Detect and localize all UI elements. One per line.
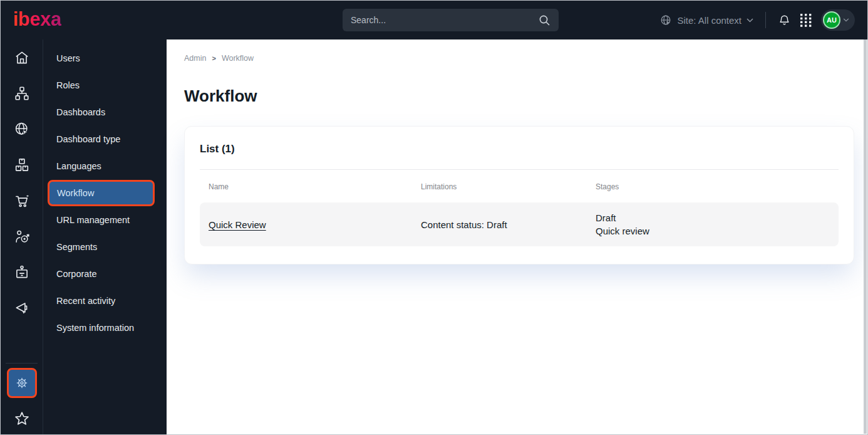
sidebar-item-dashboard-type[interactable]: Dashboard type [43, 125, 167, 152]
sidebar-item-languages[interactable]: Languages [43, 152, 167, 179]
content-tree-icon[interactable] [1, 75, 43, 111]
stage-item: Quick review [596, 224, 839, 238]
commerce-cart-icon[interactable] [1, 182, 43, 218]
admin-gear-button[interactable] [7, 368, 37, 398]
sidebar-item-segments[interactable]: Segments [43, 233, 167, 260]
sidebar-item-workflow[interactable]: Workflow [48, 180, 155, 206]
notifications-bell-icon[interactable] [778, 13, 791, 27]
breadcrumb: Admin > Workflow [184, 54, 867, 63]
stage-item: Draft [596, 211, 839, 224]
search-icon[interactable] [539, 14, 550, 26]
marketing-megaphone-icon[interactable] [1, 290, 43, 325]
sidebar-item-corporate[interactable]: Corporate [43, 260, 167, 287]
breadcrumb-current: Workflow [222, 54, 254, 63]
breadcrumb-separator: > [212, 55, 215, 62]
sidebar-item-recent-activity[interactable]: Recent activity [43, 287, 167, 314]
search-input[interactable] [351, 15, 539, 25]
corporate-badge-icon[interactable] [1, 254, 43, 290]
sidebar-item-users[interactable]: Users [43, 45, 167, 71]
personalization-target-icon[interactable] [1, 218, 43, 254]
workflow-limitations-cell: Content status: Draft [412, 219, 587, 230]
table-row: Quick Review Content status: Draft Draft… [200, 202, 839, 246]
chevron-down-icon [747, 18, 753, 23]
topbar-right-cluster: Site: All context [660, 9, 855, 31]
table-header-row: Name Limitations Stages [200, 182, 839, 191]
sidebar-item-roles[interactable]: Roles [43, 71, 167, 98]
topbar-divider [765, 12, 766, 28]
app-window: ibexa Site: All context [0, 0, 868, 435]
global-search[interactable] [343, 9, 559, 31]
site-globe-icon[interactable] [1, 111, 43, 147]
products-boxes-icon[interactable] [1, 147, 43, 182]
column-header-name: Name [200, 182, 412, 191]
sidebar-item-dashboards[interactable]: Dashboards [43, 98, 167, 125]
sidebar-item-system-information[interactable]: System information [43, 314, 167, 341]
topbar: ibexa Site: All context [1, 1, 867, 39]
list-card-title: List (1) [200, 143, 839, 155]
column-header-stages: Stages [587, 182, 839, 191]
home-icon[interactable] [1, 39, 43, 75]
sidebar-item-url-management[interactable]: URL management [43, 206, 167, 233]
workflow-name-link[interactable]: Quick Review [209, 219, 266, 230]
admin-sidebar-menu: Users Roles Dashboards Dashboard type La… [43, 39, 167, 435]
card-divider [200, 169, 839, 170]
icon-rail [1, 39, 43, 435]
bookmarks-star-icon[interactable] [1, 402, 43, 435]
rail-divider [6, 363, 38, 364]
user-menu[interactable]: AU [821, 9, 855, 31]
workflow-list-card: List (1) Name Limitations Stages Quick R… [184, 126, 854, 265]
main-content: Admin > Workflow Workflow List (1) Name … [167, 39, 867, 435]
workflow-stages-cell: Draft Quick review [587, 211, 839, 238]
chevron-down-icon [843, 18, 849, 22]
avatar: AU [823, 11, 840, 29]
app-switcher-grid-icon[interactable] [800, 14, 812, 27]
site-context-label: Site: All context [677, 15, 741, 26]
breadcrumb-admin[interactable]: Admin [184, 54, 206, 63]
site-context-selector[interactable]: Site: All context [660, 14, 753, 26]
page-title: Workflow [184, 86, 867, 106]
gear-icon [14, 375, 29, 390]
sidebar-item-workflow-wrap: Workflow [43, 179, 167, 206]
ibexa-logo[interactable]: ibexa [13, 9, 61, 31]
vertical-scrollbar[interactable] [864, 39, 867, 434]
column-header-limitations: Limitations [412, 182, 587, 191]
globe-icon [660, 14, 672, 26]
